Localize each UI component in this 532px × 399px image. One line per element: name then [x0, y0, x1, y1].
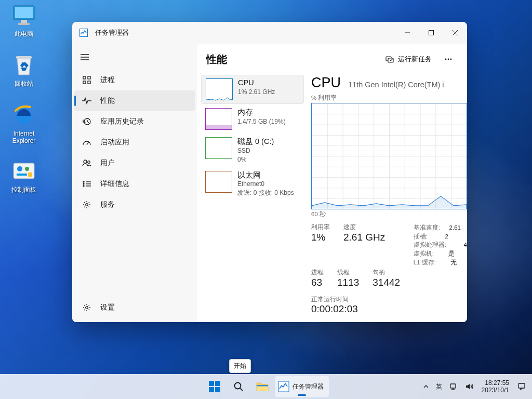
resource-item-cpu[interactable]: CPU 1% 2.61 GHz — [201, 75, 304, 104]
sidebar-item-services[interactable]: 服务 — [74, 194, 195, 215]
svg-rect-1 — [15, 7, 33, 18]
detail-title: CPU — [311, 75, 341, 91]
svg-rect-52 — [518, 383, 525, 388]
windows-icon — [209, 381, 220, 392]
svg-rect-21 — [83, 81, 86, 84]
grid-icon — [82, 76, 92, 84]
ime-button[interactable]: 英 — [433, 376, 445, 397]
network-button[interactable] — [446, 376, 461, 397]
svg-rect-43 — [215, 387, 220, 392]
base-speed-value: 2.61 — [447, 223, 461, 232]
sidebar-item-label: 进程 — [100, 75, 115, 85]
svg-point-7 — [17, 166, 22, 171]
svg-point-25 — [84, 160, 87, 163]
svg-rect-9 — [17, 174, 27, 176]
sidebar-item-app-history[interactable]: 应用历史记录 — [74, 111, 195, 132]
start-button[interactable] — [203, 375, 226, 398]
sidebar-item-settings[interactable]: 设置 — [74, 297, 195, 318]
search-button[interactable] — [227, 375, 250, 398]
more-button[interactable] — [439, 51, 458, 68]
uptime-value: 0:00:02:03 — [311, 303, 467, 315]
svg-rect-40 — [209, 381, 214, 386]
chart-line — [312, 103, 467, 209]
sidebar-item-performance[interactable]: 性能 — [74, 90, 195, 111]
svg-rect-10 — [28, 172, 32, 177]
desktop-icon-label: 此电脑 — [4, 30, 44, 37]
task-manager-icon — [79, 29, 88, 37]
thread-value: 1113 — [337, 277, 359, 288]
notification-icon — [517, 382, 526, 391]
volume-button[interactable] — [462, 376, 476, 397]
window-title: 任务管理器 — [95, 29, 129, 37]
taskbar[interactable]: 任务管理器 英 18:27:55 2023/10/1 — [0, 374, 532, 399]
stats-row-2: 进程 63 线程 1113 句柄 31442 — [311, 269, 467, 288]
hamburger-button[interactable] — [72, 47, 97, 68]
page-title: 性能 — [206, 52, 380, 66]
gear-icon — [82, 201, 92, 209]
cpu-chart[interactable] — [311, 103, 467, 209]
ie-icon — [11, 103, 36, 128]
l1-value: 无 — [443, 258, 457, 267]
svg-line-24 — [87, 142, 89, 145]
desktop-icon-control-panel[interactable]: 控制面板 — [4, 159, 44, 193]
svg-point-31 — [83, 185, 84, 187]
svg-point-34 — [86, 307, 88, 309]
handle-label: 句柄 — [373, 269, 400, 276]
svg-point-37 — [445, 59, 447, 60]
tray-overflow-button[interactable] — [420, 376, 432, 397]
resource-item-ethernet[interactable]: 以太网 Ethernet0 发送: 0 接收: 0 Kbps — [201, 168, 304, 201]
vproc-value: 4 — [454, 241, 467, 249]
svg-rect-13 — [429, 31, 434, 35]
close-button[interactable] — [443, 22, 467, 44]
svg-point-29 — [83, 183, 84, 184]
resource-sub2: 发送: 0 接收: 0 Kbps — [237, 189, 294, 197]
resource-sub: 1.4/7.5 GB (19%) — [237, 118, 286, 126]
svg-point-8 — [25, 167, 29, 171]
resource-list: CPU 1% 2.61 GHz 内存 1.4/7.5 GB (19%) — [197, 73, 306, 322]
window-controls — [395, 22, 467, 44]
net-thumb — [205, 171, 232, 193]
recycle-bin-icon — [11, 53, 36, 78]
settings-icon — [82, 303, 92, 312]
speed-label: 速度 — [343, 223, 385, 231]
run-task-icon — [385, 55, 394, 63]
vm-value: 是 — [441, 249, 455, 258]
desktop-icon-ie[interactable]: Internet Explorer — [4, 103, 44, 145]
proc-label: 进程 — [311, 269, 324, 276]
folder-icon — [256, 381, 269, 392]
memory-thumb — [205, 108, 232, 130]
taskbar-clock[interactable]: 18:27:55 2023/10/1 — [477, 379, 513, 394]
minimize-button[interactable] — [395, 22, 419, 44]
sidebar-item-startup[interactable]: 启动应用 — [74, 132, 195, 153]
file-explorer-button[interactable] — [251, 375, 274, 398]
sidebar-item-details[interactable]: 详细信息 — [74, 174, 195, 194]
ellipsis-icon — [445, 58, 452, 60]
desktop-icon-recycle-bin[interactable]: 回收站 — [4, 53, 44, 87]
run-new-task-button[interactable]: 运行新任务 — [380, 51, 437, 67]
sidebar-item-label: 服务 — [100, 200, 115, 209]
search-icon — [233, 381, 244, 392]
sidebar-item-label: 详细信息 — [100, 179, 129, 189]
sidebar-item-processes[interactable]: 进程 — [74, 70, 195, 90]
desktop-icon-label: 控制面板 — [4, 186, 44, 193]
svg-rect-20 — [88, 76, 90, 79]
titlebar[interactable]: 任务管理器 — [72, 22, 467, 44]
resource-item-disk[interactable]: 磁盘 0 (C:) SSD 0% — [201, 134, 304, 167]
monitor-icon — [11, 3, 36, 28]
chart-y-label: % 利用率 — [311, 94, 467, 102]
notifications-button[interactable] — [514, 376, 529, 397]
proc-value: 63 — [311, 277, 324, 288]
maximize-button[interactable] — [419, 22, 443, 44]
resource-item-memory[interactable]: 内存 1.4/7.5 GB (19%) — [201, 105, 304, 133]
resource-sub: 1% 2.61 GHz — [238, 88, 275, 96]
sidebar-item-users[interactable]: 用户 — [74, 153, 195, 174]
desktop-icon-this-pc[interactable]: 此电脑 — [4, 3, 44, 37]
volume-icon — [465, 383, 473, 390]
taskbar-app-task-manager[interactable]: 任务管理器 — [275, 376, 329, 397]
resource-sub: SSD — [237, 147, 274, 155]
clock-time: 18:27:55 — [482, 379, 509, 387]
svg-rect-4 — [16, 56, 32, 59]
disk-thumb — [205, 137, 232, 159]
start-tooltip: 开始 — [229, 359, 251, 373]
thread-label: 线程 — [337, 269, 359, 276]
